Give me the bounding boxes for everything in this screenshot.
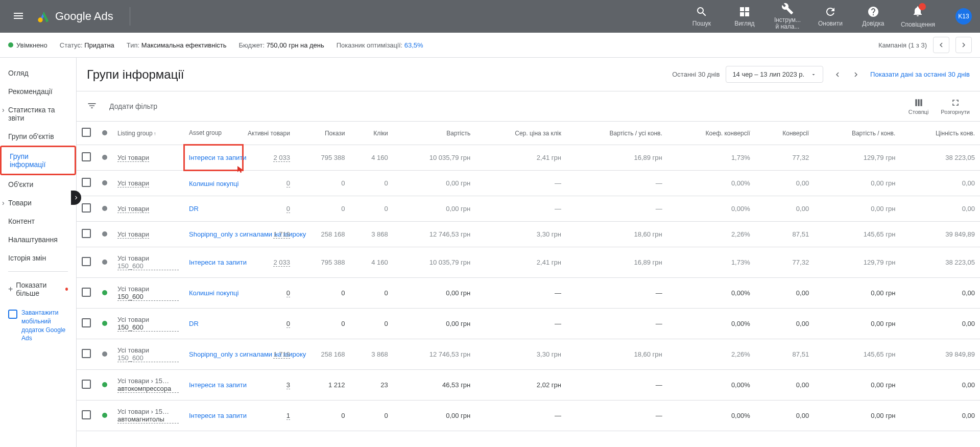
sidebar-listing-groups[interactable]: Групи інформації — [0, 146, 76, 175]
sidebar-recommendations[interactable]: Рекомендації — [0, 82, 76, 101]
active-cell: 0 — [243, 171, 295, 196]
table-row[interactable]: Усі товари Колишні покупці 0 0 0 0,00 гр… — [77, 171, 980, 196]
user-avatar[interactable]: K13 — [955, 8, 972, 25]
row-checkbox[interactable] — [82, 318, 91, 327]
help-tool[interactable]: Довідка — [858, 6, 889, 27]
sidebar-overview[interactable]: Огляд — [0, 64, 76, 82]
sidebar-settings[interactable]: Налаштування — [0, 230, 76, 249]
sidebar-products[interactable]: Товари — [0, 194, 76, 212]
conv-value-cell: 0,00 — [900, 370, 980, 401]
listing-cell[interactable]: Усі товари › 15…автомагнитолы — [112, 401, 184, 431]
listing-cell[interactable]: Усі товари — [112, 222, 184, 247]
sidebar-content[interactable]: Контент — [0, 212, 76, 230]
table-row[interactable]: Усі товари150_600 Колишні покупці 0 0 0 … — [77, 278, 980, 309]
table-row[interactable]: Усі товари › 15…автокомпрессора Інтереси… — [77, 370, 980, 401]
table-row[interactable]: Усі товари DR 0 0 0 0,00 грн — — 0,00% 0… — [77, 196, 980, 222]
row-checkbox[interactable] — [82, 288, 91, 297]
asset-cell[interactable]: DR — [184, 309, 243, 339]
row-checkbox[interactable] — [82, 380, 91, 389]
date-range-picker[interactable]: 14 чер – 13 лип 2023 р. — [726, 66, 823, 83]
asset-cell[interactable]: Інтереси та запити — [184, 370, 243, 401]
asset-cell[interactable]: Shopipng_only з сигналами на широку — [184, 222, 243, 247]
col-active[interactable]: Активні товари — [243, 122, 295, 145]
col-cost-per-conv[interactable]: Вартість / конв. — [814, 122, 900, 145]
date-prev[interactable] — [829, 66, 846, 83]
campaign-next[interactable] — [955, 37, 972, 53]
listing-cell[interactable]: Усі товари › 15…автокомпрессора — [112, 370, 184, 401]
cost-conv-cell: — — [566, 370, 667, 401]
cost-per-conv-cell: 145,65 грн — [814, 339, 900, 370]
asset-cell[interactable]: Колишні покупці — [184, 171, 243, 196]
table-row[interactable]: Усі товари150_600 DR 0 0 0 0,00 грн — — … — [77, 309, 980, 339]
col-cpc[interactable]: Сер. ціна за клік — [475, 122, 566, 145]
listing-cell[interactable]: Усі товари — [112, 196, 184, 222]
impressions-cell: 0 — [295, 401, 350, 431]
date-link[interactable]: Показати дані за останні 30 днів — [870, 70, 970, 78]
search-tool[interactable]: Пошук — [686, 6, 717, 27]
columns-tool[interactable]: Стовпці — [909, 98, 929, 115]
cost-conv-cell: 16,89 грн — [566, 247, 667, 278]
add-filter[interactable]: Додати фільтр — [109, 102, 157, 110]
row-checkbox[interactable] — [82, 152, 91, 161]
listing-cell[interactable]: Усі товари150_600 — [112, 339, 184, 370]
cost-per-conv-cell: 0,00 грн — [814, 196, 900, 222]
refresh-tool[interactable]: Оновити — [815, 6, 846, 27]
row-checkbox[interactable] — [82, 349, 91, 358]
listing-cell[interactable]: Усі товари150_600 — [112, 278, 184, 309]
sidebar-history[interactable]: Історія змін — [0, 249, 76, 267]
asset-cell[interactable]: Інтереси та запити — [184, 247, 243, 278]
clicks-cell: 23 — [350, 370, 393, 401]
listing-cell[interactable]: Усі товари — [112, 171, 184, 196]
table-row[interactable]: Усі товари › 15…автомагнитолы Інтереси т… — [77, 401, 980, 431]
col-cost[interactable]: Вартість — [393, 122, 475, 145]
view-tool[interactable]: Вигляд — [729, 6, 760, 27]
col-clicks[interactable]: Кліки — [350, 122, 393, 145]
col-impressions[interactable]: Покази — [295, 122, 350, 145]
table-row[interactable]: Усі товари150_600 Shopipng_only з сигнал… — [77, 339, 980, 370]
impressions-cell: 0 — [295, 278, 350, 309]
sidebar-asset-groups[interactable]: Групи об'єктів — [0, 127, 76, 146]
row-checkbox[interactable] — [82, 257, 91, 266]
sidebar-assets[interactable]: Об'єкти — [0, 175, 76, 194]
date-next[interactable] — [848, 66, 864, 83]
row-checkbox[interactable] — [82, 203, 91, 213]
col-asset[interactable]: Asset group — [184, 122, 243, 145]
col-conversions[interactable]: Конверсії — [755, 122, 814, 145]
listing-cell[interactable]: Усі товари150_600 — [112, 247, 184, 278]
asset-cell[interactable]: Колишні покупці — [184, 278, 243, 309]
col-conv-value[interactable]: Цінність конв. — [900, 122, 980, 145]
brand-logo[interactable]: Google Ads — [37, 9, 113, 23]
expand-tool[interactable]: Розгорнути — [941, 98, 970, 115]
filter-icon[interactable] — [87, 101, 97, 112]
asset-cell[interactable]: DR — [184, 196, 243, 222]
asset-cell[interactable]: Shopipng_only з сигналами на широку — [184, 339, 243, 370]
campaign-prev[interactable] — [933, 37, 949, 53]
row-checkbox[interactable] — [82, 178, 91, 187]
col-conv-rate[interactable]: Коеф. конверсії — [667, 122, 755, 145]
conv-rate-cell: 0,00% — [667, 309, 755, 339]
sidebar-stats[interactable]: Статистика та звіти — [0, 101, 76, 127]
refresh-icon — [824, 6, 836, 18]
listing-cell[interactable]: Усі товари — [112, 145, 184, 171]
notifications-tool[interactable]: Сповіщення — [901, 5, 935, 28]
row-status-icon — [102, 206, 107, 211]
sidebar-show-more[interactable]: + Показати більше — [0, 276, 76, 302]
table-row[interactable]: Усі товари Shopipng_only з сигналами на … — [77, 222, 980, 247]
row-checkbox[interactable] — [82, 410, 91, 419]
brand-text: Google Ads — [55, 10, 113, 23]
cost-cell: 12 746,53 грн — [393, 222, 475, 247]
cost-per-conv-cell: 145,65 грн — [814, 222, 900, 247]
select-all-checkbox[interactable] — [82, 128, 91, 137]
col-cost-conv[interactable]: Вартість / усі конв. — [566, 122, 667, 145]
active-cell: 2 033 — [243, 145, 295, 171]
row-checkbox[interactable] — [82, 229, 91, 238]
asset-cell[interactable]: Інтереси та запити — [184, 145, 243, 171]
tools-tool[interactable]: Інструм... й нала... — [772, 3, 803, 30]
menu-icon[interactable] — [8, 6, 29, 28]
table-row[interactable]: Усі товари150_600 Інтереси та запити 2 0… — [77, 247, 980, 278]
table-row[interactable]: Усі товари Інтереси та запити 2 033 795 … — [77, 145, 980, 171]
mobile-app-promo[interactable]: Завантажити мобільний додаток Google Ads — [0, 302, 76, 349]
asset-cell[interactable]: Інтереси та запити — [184, 401, 243, 431]
col-listing[interactable]: Listing group↑ — [112, 122, 184, 145]
listing-cell[interactable]: Усі товари150_600 — [112, 309, 184, 339]
